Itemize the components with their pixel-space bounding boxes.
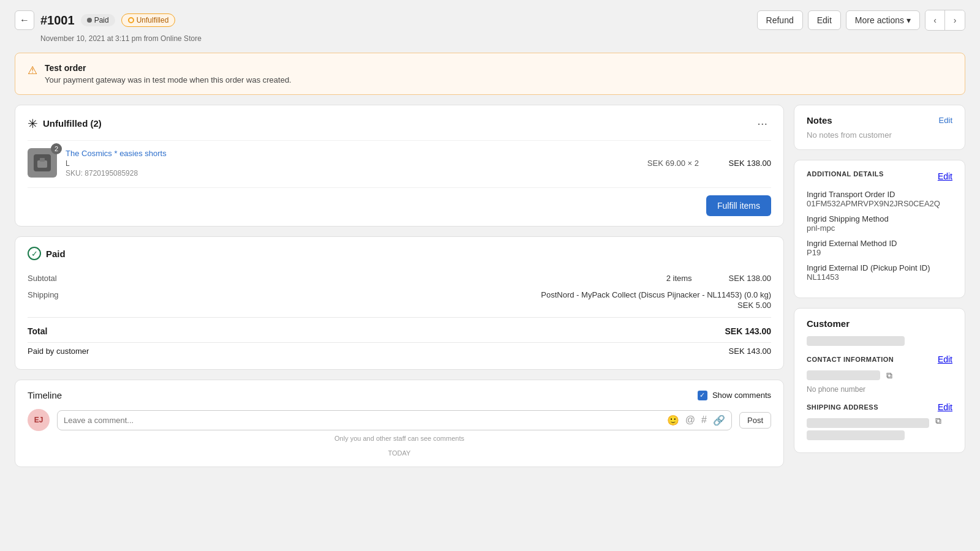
unfulfilled-status-icon: ✳ bbox=[28, 116, 38, 131]
shipping-address-row: ⧉ bbox=[807, 416, 952, 443]
shipping-row: Shipping PostNord - MyPack Collect (Disc… bbox=[28, 287, 771, 313]
additional-details-card: ADDITIONAL DETAILS Edit Ingrid Transport… bbox=[794, 160, 965, 298]
ingrid-transport-val: 01FM532APMRVPX9N2JRS0CEA2Q bbox=[807, 199, 952, 208]
comment-input[interactable] bbox=[64, 416, 662, 425]
emoji-icon[interactable]: 🙂 bbox=[667, 414, 679, 426]
product-info: The Cosmics * easies shorts L SKU: 87201… bbox=[66, 148, 639, 178]
subtotal-items: 2 items bbox=[666, 274, 692, 283]
product-row: 2 The Cosmics * easies shorts L SKU: 872… bbox=[28, 140, 771, 185]
link-icon[interactable]: 🔗 bbox=[713, 414, 725, 426]
total-label: Total bbox=[28, 326, 47, 336]
edit-button[interactable]: Edit bbox=[808, 10, 841, 30]
customer-card: Customer CONTACT INFORMATION Edit ⧉ No p… bbox=[794, 308, 965, 453]
contact-edit-link[interactable]: Edit bbox=[938, 354, 952, 364]
paid-dot-icon bbox=[87, 18, 92, 23]
timeline-title: Timeline bbox=[28, 390, 62, 400]
paid-by-amount: SEK 143.00 bbox=[729, 347, 771, 356]
next-order-button[interactable]: › bbox=[945, 10, 965, 30]
ingrid-transport-row: Ingrid Transport Order ID 01FM532APMRVPX… bbox=[807, 190, 952, 208]
mention-icon[interactable]: @ bbox=[685, 414, 695, 425]
back-button[interactable]: ← bbox=[15, 10, 34, 30]
notes-title: Notes bbox=[807, 115, 832, 126]
show-comments-label: Show comments bbox=[712, 391, 771, 400]
paid-by-label: Paid by customer bbox=[28, 347, 89, 356]
today-label: TODAY bbox=[28, 449, 771, 457]
shipping-label: Shipping bbox=[28, 290, 59, 299]
warning-icon: ⚠ bbox=[28, 64, 37, 77]
user-avatar: EJ bbox=[28, 409, 50, 431]
total-row: Total SEK 143.00 bbox=[28, 321, 771, 341]
ingrid-shipping-row: Ingrid Shipping Method pnl-mpc bbox=[807, 214, 952, 233]
additional-details-label: ADDITIONAL DETAILS bbox=[807, 170, 884, 178]
shipping-desc: PostNord - MyPack Collect (Discus Pijnac… bbox=[541, 290, 771, 299]
notes-empty-text: No notes from customer bbox=[807, 130, 952, 140]
ingrid-external-method-key: Ingrid External Method ID bbox=[807, 239, 952, 248]
ingrid-external-method-row: Ingrid External Method ID P19 bbox=[807, 239, 952, 257]
order-number: #1001 bbox=[40, 13, 75, 28]
refund-button[interactable]: Refund bbox=[757, 10, 803, 30]
shipping-amount: SEK 5.00 bbox=[737, 301, 771, 310]
ingrid-external-id-val: NL11453 bbox=[807, 272, 952, 282]
no-phone-text: No phone number bbox=[807, 385, 952, 394]
more-actions-button[interactable]: More actions ▾ bbox=[846, 10, 920, 30]
ingrid-external-method-val: P19 bbox=[807, 248, 952, 257]
show-comments-checkbox[interactable]: ✓ bbox=[698, 391, 707, 400]
tag-icon[interactable]: # bbox=[701, 414, 707, 425]
comment-area: EJ 🙂 @ # 🔗 Post bbox=[28, 409, 771, 431]
paid-badge: Paid bbox=[81, 14, 115, 26]
shipping-line2-blurred bbox=[807, 430, 905, 440]
paid-by-row: Paid by customer SEK 143.00 bbox=[28, 342, 771, 359]
unfulfilled-badge: Unfulfilled bbox=[121, 13, 176, 27]
product-unit-price: SEK 69.00 × 2 bbox=[647, 159, 699, 168]
shipping-line1-blurred bbox=[807, 418, 929, 428]
ingrid-external-id-row: Ingrid External ID (Pickup Point ID) NL1… bbox=[807, 263, 952, 282]
alert-title: Test order bbox=[45, 63, 292, 73]
product-sku: SKU: 8720195085928 bbox=[66, 169, 639, 178]
subtotal-amount: SEK 138.00 bbox=[729, 274, 771, 283]
comment-hint: Only you and other staff can see comment… bbox=[28, 435, 771, 442]
contact-section-label: CONTACT INFORMATION bbox=[807, 356, 894, 363]
notes-card: Notes Edit No notes from customer bbox=[794, 105, 965, 150]
total-amount: SEK 143.00 bbox=[725, 326, 772, 336]
contact-email-row: ⧉ bbox=[807, 368, 952, 383]
order-subtitle: November 10, 2021 at 3:11 pm from Online… bbox=[40, 34, 965, 43]
unfulfilled-circle-icon bbox=[128, 17, 134, 23]
payment-card: ✓ Paid Subtotal 2 items SEK 138.00 Shipp… bbox=[15, 236, 784, 370]
post-comment-button[interactable]: Post bbox=[739, 412, 771, 429]
paid-check-icon: ✓ bbox=[28, 247, 41, 260]
test-order-alert: ⚠ Test order Your payment gateway was in… bbox=[15, 53, 965, 95]
ingrid-shipping-key: Ingrid Shipping Method bbox=[807, 214, 952, 223]
product-variant: L bbox=[66, 159, 639, 168]
ingrid-shipping-val: pnl-mpc bbox=[807, 223, 952, 233]
ingrid-external-id-key: Ingrid External ID (Pickup Point ID) bbox=[807, 263, 952, 272]
product-image-wrap: 2 bbox=[28, 148, 57, 178]
svg-rect-2 bbox=[40, 158, 45, 162]
paid-title: Paid bbox=[46, 249, 66, 259]
back-icon: ← bbox=[20, 15, 29, 26]
subtotal-label: Subtotal bbox=[28, 274, 57, 283]
chevron-down-icon: ▾ bbox=[907, 15, 911, 25]
prev-order-button[interactable]: ‹ bbox=[925, 10, 945, 30]
customer-title: Customer bbox=[807, 318, 850, 329]
comment-input-wrap: 🙂 @ # 🔗 bbox=[57, 410, 732, 430]
alert-text: Your payment gateway was in test mode wh… bbox=[45, 75, 292, 84]
subtotal-row: Subtotal 2 items SEK 138.00 bbox=[28, 270, 771, 287]
shipping-edit-link[interactable]: Edit bbox=[938, 402, 952, 412]
copy-email-icon[interactable]: ⧉ bbox=[886, 370, 892, 381]
unfulfilled-card: ✳ Unfulfilled (2) ··· bbox=[15, 105, 784, 227]
product-quantity-badge: 2 bbox=[51, 143, 62, 154]
fulfill-items-button[interactable]: Fulfill items bbox=[706, 195, 771, 216]
customer-name-blurred bbox=[807, 336, 905, 346]
additional-details-edit-link[interactable]: Edit bbox=[938, 171, 952, 181]
shipping-section-label: SHIPPING ADDRESS bbox=[807, 403, 878, 411]
product-name-link[interactable]: The Cosmics * easies shorts bbox=[66, 149, 167, 158]
order-nav: ‹ › bbox=[925, 10, 965, 31]
ingrid-transport-key: Ingrid Transport Order ID bbox=[807, 190, 952, 199]
unfulfilled-more-icon[interactable]: ··· bbox=[753, 115, 771, 132]
show-comments-toggle[interactable]: ✓ Show comments bbox=[698, 391, 771, 400]
product-total: SEK 138.00 bbox=[722, 159, 771, 168]
copy-address-icon[interactable]: ⧉ bbox=[935, 416, 941, 426]
notes-edit-link[interactable]: Edit bbox=[939, 116, 952, 125]
email-blurred bbox=[807, 370, 880, 380]
timeline-card: Timeline ✓ Show comments EJ 🙂 @ # bbox=[15, 380, 784, 467]
